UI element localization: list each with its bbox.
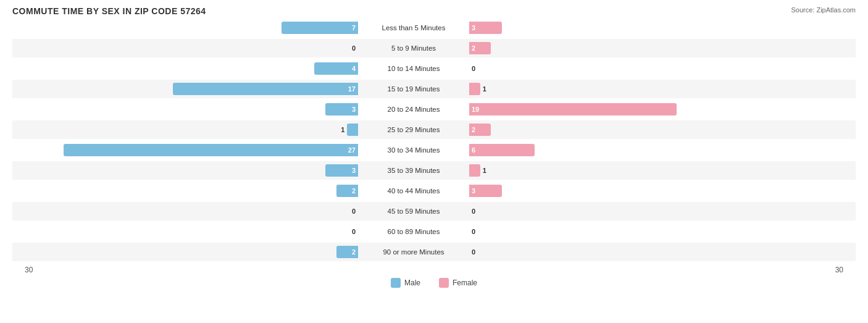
male-bar-value: 2 [352, 187, 356, 195]
male-bar-value: 4 [352, 65, 356, 72]
bar-label: 5 to 9 Minutes [358, 44, 469, 52]
female-side: 2 [469, 120, 815, 139]
male-value: 1 [332, 126, 344, 133]
male-bar: 27 [64, 144, 358, 156]
table-row: 1715 to 19 Minutes1 [12, 80, 856, 98]
table-row: 045 to 59 Minutes0 [12, 202, 856, 220]
male-side: 2 [12, 243, 358, 261]
female-side: 19 [469, 100, 815, 119]
female-side: 3 [469, 182, 815, 200]
male-side: 27 [12, 141, 358, 159]
male-value: 0 [343, 228, 356, 235]
male-bar: 4 [314, 62, 358, 75]
male-bar-value: 17 [348, 85, 356, 93]
male-bar: 2 [336, 246, 358, 258]
male-swatch [391, 278, 401, 288]
male-side: 7 [12, 19, 358, 37]
female-bar: 19 [469, 103, 677, 115]
female-value: 0 [472, 248, 484, 256]
male-bar: 17 [173, 83, 358, 95]
male-bar-value: 3 [352, 106, 356, 113]
male-bar: 7 [282, 22, 358, 34]
female-value: 0 [472, 208, 484, 215]
female-side: 2 [469, 39, 815, 57]
female-side: 0 [469, 222, 815, 241]
female-value: 1 [483, 85, 495, 93]
bar-label: 10 to 14 Minutes [358, 65, 469, 72]
bar-label: 90 or more Minutes [358, 248, 469, 256]
female-value: 0 [472, 228, 484, 235]
male-bar-value: 27 [348, 146, 356, 154]
chart-container: COMMUTE TIME BY SEX IN ZIP CODE 57264 So… [0, 0, 868, 323]
male-side: 3 [12, 161, 358, 180]
table-row: 410 to 14 Minutes0 [12, 59, 856, 78]
bar-label: 60 to 89 Minutes [358, 228, 469, 235]
female-bar: 3 [469, 185, 502, 197]
bar-label: 25 to 29 Minutes [358, 126, 469, 133]
bar-label: 45 to 59 Minutes [358, 208, 469, 215]
female-side: 6 [469, 141, 815, 159]
female-side: 0 [469, 243, 815, 261]
legend-male: Male [391, 278, 420, 288]
table-row: 060 to 89 Minutes0 [12, 222, 856, 241]
chart-title: COMMUTE TIME BY SEX IN ZIP CODE 57264 [12, 6, 856, 16]
bars-area: 7Less than 5 Minutes305 to 9 Minutes2410… [12, 19, 856, 263]
female-bar: 2 [469, 42, 491, 54]
female-label: Female [453, 279, 477, 287]
axis-left: 30 [25, 266, 33, 274]
bar-label: Less than 5 Minutes [358, 24, 469, 31]
male-bar: 3 [325, 164, 358, 177]
table-row: 125 to 29 Minutes2 [12, 120, 856, 139]
bar-label: 35 to 39 Minutes [358, 167, 469, 174]
table-row: 290 or more Minutes0 [12, 243, 856, 261]
female-bar-value: 2 [472, 44, 475, 52]
axis-labels: 30 30 [12, 263, 856, 274]
male-side: 1 [12, 120, 358, 139]
source-text: Source: ZipAtlas.com [791, 6, 856, 14]
bar-label: 20 to 24 Minutes [358, 106, 469, 113]
male-bar [347, 124, 358, 136]
male-bar-value: 2 [352, 248, 356, 256]
female-value: 1 [483, 167, 495, 174]
axis-right: 30 [835, 266, 843, 274]
female-bar-value: 2 [472, 126, 475, 133]
male-label: Male [404, 279, 420, 287]
female-side: 1 [469, 80, 815, 98]
female-bar-value: 3 [472, 24, 475, 31]
female-bar-value: 6 [472, 146, 475, 154]
male-side: 0 [12, 222, 358, 241]
bar-label: 30 to 34 Minutes [358, 146, 469, 154]
bar-label: 40 to 44 Minutes [358, 187, 469, 195]
female-value: 0 [472, 65, 484, 72]
female-bar: 3 [469, 22, 502, 34]
male-bar: 2 [336, 185, 358, 197]
female-bar: 2 [469, 124, 491, 136]
male-side: 4 [12, 59, 358, 78]
female-bar [469, 83, 480, 95]
bar-label: 15 to 19 Minutes [358, 85, 469, 93]
female-side: 0 [469, 59, 815, 78]
male-bar-value: 3 [352, 167, 356, 174]
table-row: 335 to 39 Minutes1 [12, 161, 856, 180]
male-side: 3 [12, 100, 358, 119]
female-swatch [439, 278, 449, 288]
male-value: 0 [343, 44, 356, 52]
male-value: 0 [343, 208, 356, 215]
female-side: 1 [469, 161, 815, 180]
legend: Male Female [12, 278, 856, 288]
female-bar: 6 [469, 144, 535, 156]
female-side: 0 [469, 202, 815, 220]
table-row: 320 to 24 Minutes19 [12, 100, 856, 119]
table-row: 7Less than 5 Minutes3 [12, 19, 856, 37]
female-bar [469, 164, 480, 177]
female-bar-value: 19 [472, 106, 479, 113]
male-side: 0 [12, 202, 358, 220]
table-row: 2730 to 34 Minutes6 [12, 141, 856, 159]
female-side: 3 [469, 19, 815, 37]
male-side: 17 [12, 80, 358, 98]
male-side: 2 [12, 182, 358, 200]
male-side: 0 [12, 39, 358, 57]
legend-female: Female [439, 278, 477, 288]
female-bar-value: 3 [472, 187, 475, 195]
table-row: 05 to 9 Minutes2 [12, 39, 856, 57]
